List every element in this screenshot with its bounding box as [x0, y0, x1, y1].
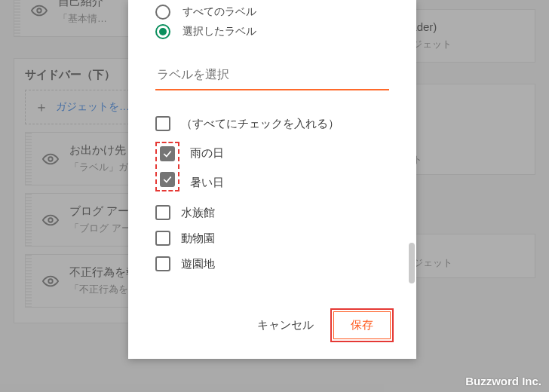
option-label[interactable]: 雨の日 [190, 146, 224, 161]
annotation-highlight [155, 142, 179, 191]
label-search-input[interactable] [155, 62, 389, 90]
label-select-modal: すべてのラベル 選択したラベル （すべてにチェックを入れる） 雨の日 暑い日 水… [128, 0, 416, 359]
checkbox-icon [155, 205, 170, 220]
radio-selected-labels[interactable]: 選択したラベル [155, 24, 389, 39]
option-row[interactable]: 遊園地 [155, 256, 389, 271]
radio-all-label: すべてのラベル [182, 5, 256, 19]
radio-selected-label: 選択したラベル [182, 25, 256, 38]
option-label[interactable]: 暑い日 [190, 176, 224, 190]
radio-icon-selected [155, 24, 170, 39]
modal-scrollbar[interactable] [409, 0, 415, 305]
cancel-button[interactable]: キャンセル [247, 312, 324, 338]
checkbox-icon [155, 231, 170, 246]
option-label: 水族館 [181, 206, 215, 220]
radio-all-labels[interactable]: すべてのラベル [155, 5, 389, 20]
check-all-label: （すべてにチェックを入れる） [181, 117, 339, 131]
checkbox-icon [155, 116, 170, 131]
checkbox-icon-checked[interactable] [160, 172, 175, 187]
check-all-row[interactable]: （すべてにチェックを入れる） [155, 116, 389, 131]
option-row[interactable]: 動物園 [155, 231, 389, 246]
annotation-save-highlight: 保存 [330, 308, 394, 342]
scrollbar-thumb[interactable] [409, 243, 415, 283]
option-label: 動物園 [181, 231, 215, 246]
checkbox-icon-checked[interactable] [160, 146, 175, 161]
option-row[interactable]: 水族館 [155, 205, 389, 220]
radio-icon [155, 5, 170, 20]
watermark: Buzzword Inc. [465, 375, 541, 387]
checkbox-icon [155, 256, 170, 271]
option-label: 遊園地 [181, 257, 215, 271]
save-button[interactable]: 保存 [333, 311, 391, 339]
